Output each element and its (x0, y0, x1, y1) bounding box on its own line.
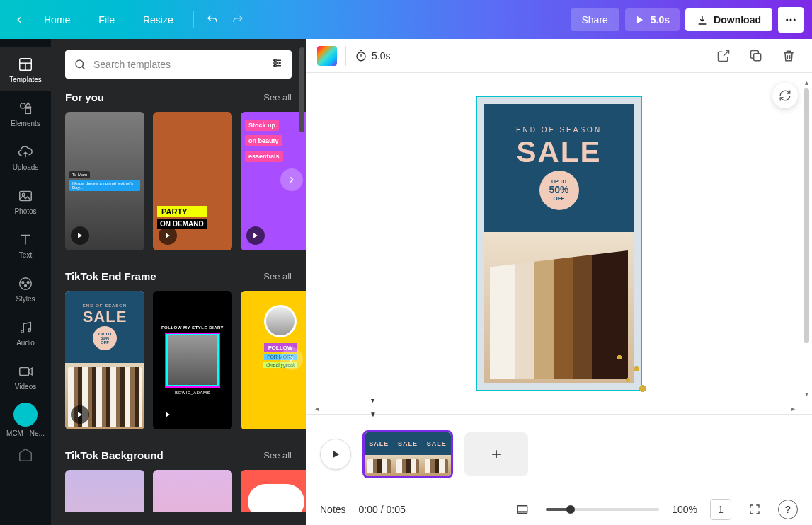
rail-elements[interactable]: Elements (0, 91, 51, 135)
see-all-link[interactable]: See all (263, 271, 292, 282)
section-title: For you (65, 91, 104, 103)
template-card[interactable]: FOLLOW MY STYLE DIARY BOWIE_ADAMS (153, 291, 232, 429)
elements-icon (17, 100, 34, 117)
play-duration-label: 5.0s (651, 14, 670, 25)
svg-point-3 (794, 18, 796, 21)
clip-duration-button[interactable]: 5.0s (355, 50, 390, 62)
svg-point-15 (25, 284, 27, 287)
svg-point-16 (21, 330, 24, 333)
share-button[interactable]: Share (571, 8, 619, 31)
canvas-viewport[interactable]: END OF SEASON SALE UP TO 50% OFF ▴ (306, 73, 812, 414)
svg-marker-28 (78, 233, 82, 238)
section-header-tiktok-end: TikTok End Frame See all (51, 270, 306, 282)
audio-icon (17, 319, 34, 336)
template-card[interactable]: END OF SEASON SALE UP TO 50% OFF (65, 291, 144, 429)
viewport-scrollbar-vertical[interactable]: ▴ ▾ (802, 79, 811, 397)
rail-text[interactable]: Text (0, 223, 51, 267)
svg-rect-18 (20, 367, 29, 375)
nav-home[interactable]: Home (30, 14, 84, 25)
svg-point-26 (278, 62, 280, 64)
timeline-footer: Notes 0:00 / 0:05 100% 1 ? (306, 494, 812, 525)
page-number-button[interactable]: 1 (710, 499, 731, 520)
zoom-slider[interactable] (546, 508, 659, 511)
zoom-percent[interactable]: 100% (672, 504, 697, 515)
confetti-graphic (611, 340, 653, 397)
rail-uploads[interactable]: Uploads (0, 135, 51, 179)
nav-file[interactable]: File (84, 14, 129, 25)
rail-audio[interactable]: Audio (0, 311, 51, 354)
play-icon (246, 226, 265, 245)
svg-marker-30 (253, 233, 258, 238)
template-row-tiktok-bg (51, 470, 306, 512)
redo-button[interactable] (225, 7, 251, 33)
rail-user-avatar[interactable] (13, 403, 38, 427)
photos-icon (17, 188, 34, 204)
row-next-button[interactable] (280, 168, 303, 191)
svg-point-2 (790, 18, 792, 21)
template-card[interactable] (65, 470, 144, 512)
delete-page-button[interactable] (777, 44, 801, 68)
app-header: Home File Resize Share 5.0s Download (0, 0, 812, 39)
side-rail: Templates Elements Uploads Photos Text S… (0, 39, 51, 525)
viewport-scrollbar-horizontal[interactable]: ◂ ▸ (311, 404, 798, 412)
svg-rect-36 (754, 53, 761, 60)
svg-rect-8 (25, 108, 30, 113)
duplicate-page-button[interactable] (744, 44, 768, 68)
thumbnail-view-toggle[interactable] (512, 499, 533, 520)
play-preview-button[interactable]: 5.0s (625, 8, 680, 31)
scroll-down-arrow[interactable]: ▾ (802, 388, 811, 398)
svg-marker-32 (166, 412, 170, 417)
see-all-link[interactable]: See all (263, 92, 292, 103)
template-card[interactable] (153, 470, 232, 512)
toolbar-divider (345, 46, 346, 66)
search-icon (74, 58, 86, 71)
search-input[interactable] (93, 59, 265, 70)
background-color-swatch[interactable] (317, 46, 337, 66)
rail-videos[interactable]: Videos (0, 354, 51, 398)
back-button[interactable] (8, 9, 30, 30)
timeline-clip[interactable]: SALE SALE SALE (362, 430, 453, 478)
scroll-up-arrow[interactable]: ▴ (802, 77, 811, 87)
search-field-wrap (65, 50, 292, 79)
templates-panel: For you See all To Mom I know there's a … (51, 39, 306, 525)
undo-button[interactable] (200, 7, 225, 33)
rail-styles[interactable]: Styles (0, 267, 51, 311)
svg-line-21 (82, 67, 84, 69)
panel-scrollbar[interactable] (299, 47, 304, 132)
more-menu-button[interactable] (778, 7, 804, 33)
svg-point-17 (28, 328, 31, 331)
rail-templates[interactable]: Templates (0, 47, 51, 91)
play-icon (159, 226, 177, 245)
template-card[interactable] (241, 470, 306, 512)
scroll-left-arrow[interactable]: ◂ (311, 404, 321, 412)
templates-icon (17, 56, 34, 73)
rail-photos[interactable]: Photos (0, 179, 51, 223)
animate-page-button[interactable] (772, 83, 798, 108)
svg-marker-0 (637, 16, 643, 23)
playhead-icon[interactable]: ▼ (370, 410, 377, 418)
help-button[interactable]: ? (778, 500, 798, 519)
fullscreen-button[interactable] (744, 499, 765, 520)
canvas-toolbar: 5.0s (306, 39, 812, 73)
design-discount-badge: UP TO 50% OFF (539, 171, 579, 210)
stopwatch-icon (355, 50, 367, 62)
nav-resize[interactable]: Resize (129, 14, 188, 25)
text-icon (17, 231, 34, 248)
timeline-play-button[interactable] (320, 439, 351, 470)
row-next-button[interactable] (280, 347, 303, 370)
download-button[interactable]: Download (685, 8, 772, 31)
canvas-area: 5.0s END OF SEASON SALE UP TO 50% OFF (306, 39, 812, 525)
design-text-sale: SALE (516, 135, 601, 169)
time-display: 0:00 / 0:05 (359, 504, 406, 515)
artboard[interactable]: END OF SEASON SALE UP TO 50% OFF (476, 96, 642, 391)
see-all-link[interactable]: See all (263, 450, 292, 461)
rail-more-icon[interactable] (18, 447, 33, 466)
design-text-eos: END OF SEASON (516, 126, 602, 134)
scroll-right-arrow[interactable]: ▸ (788, 404, 798, 412)
template-card[interactable]: PARTY ON DEMAND (153, 112, 232, 250)
add-page-button[interactable] (464, 432, 528, 476)
notes-button[interactable]: Notes (320, 504, 346, 515)
share-page-button[interactable] (711, 44, 736, 68)
template-card[interactable]: To Mom I know there's a normal Mother's … (65, 112, 144, 250)
filter-button[interactable] (270, 57, 283, 72)
